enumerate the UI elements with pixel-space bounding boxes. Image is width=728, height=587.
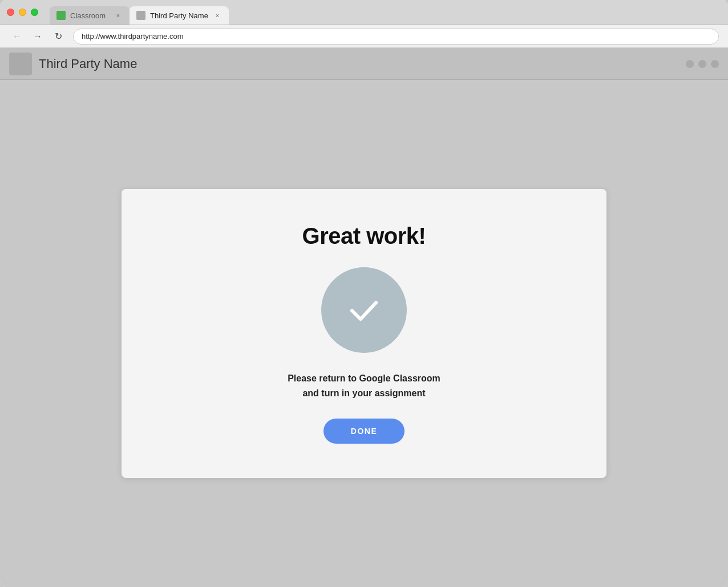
tab-third-party-label: Third Party Name: [150, 11, 208, 20]
card-message: Please return to Google Classroom and tu…: [288, 371, 440, 400]
page-content: Great work! Please return to Google Clas…: [0, 80, 728, 587]
card-message-line2: and turn in your assignment: [288, 386, 440, 401]
header-dots: [686, 60, 719, 68]
forward-icon: →: [33, 31, 42, 42]
browser-window: Classroom × Third Party Name × ← → ↻: [0, 0, 728, 587]
tab-classroom-close-icon[interactable]: ×: [114, 11, 123, 20]
header-dot-2: [698, 60, 706, 68]
forward-button[interactable]: →: [30, 29, 46, 45]
url-bar[interactable]: http://www.thirdpartyname.com: [73, 29, 719, 45]
tab-classroom-label: Classroom: [70, 11, 109, 20]
close-button[interactable]: [7, 9, 14, 16]
checkmark-circle: [321, 267, 407, 353]
refresh-icon: ↻: [55, 31, 62, 42]
tabs-bar: Classroom × Third Party Name ×: [50, 0, 229, 25]
back-button[interactable]: ←: [9, 29, 25, 45]
nav-buttons: ← → ↻: [9, 29, 66, 45]
checkmark-icon: [344, 290, 384, 330]
header-dot-3: [711, 60, 719, 68]
site-header-left: Third Party Name: [9, 53, 137, 75]
site-title: Third Party Name: [39, 57, 137, 71]
done-button[interactable]: DONE: [323, 419, 405, 444]
success-card: Great work! Please return to Google Clas…: [122, 189, 606, 478]
third-party-favicon-icon: [136, 11, 145, 20]
card-title: Great work!: [302, 223, 426, 249]
header-dot-1: [686, 60, 694, 68]
title-bar: Classroom × Third Party Name ×: [0, 0, 728, 25]
site-logo: [9, 53, 32, 75]
maximize-button[interactable]: [31, 9, 38, 16]
tab-third-party[interactable]: Third Party Name ×: [130, 6, 229, 25]
card-message-line1: Please return to Google Classroom: [288, 371, 440, 386]
tab-classroom[interactable]: Classroom ×: [50, 6, 130, 25]
classroom-favicon-icon: [56, 11, 66, 20]
site-header: Third Party Name: [0, 48, 728, 80]
address-bar: ← → ↻ http://www.thirdpartyname.com: [0, 25, 728, 48]
url-text: http://www.thirdpartyname.com: [82, 32, 183, 41]
tab-third-party-close-icon[interactable]: ×: [213, 11, 222, 20]
minimize-button[interactable]: [19, 9, 26, 16]
refresh-button[interactable]: ↻: [50, 29, 66, 45]
back-icon: ←: [13, 31, 22, 42]
traffic-lights: [7, 9, 38, 16]
